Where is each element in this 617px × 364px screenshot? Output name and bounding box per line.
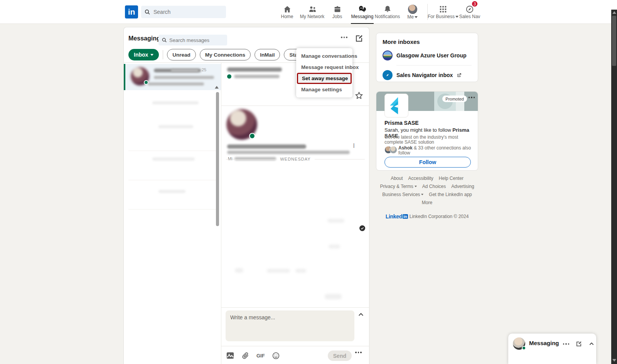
widget-compose-button[interactable]	[575, 341, 582, 347]
menu-item-manage-settings[interactable]: Manage settings	[296, 84, 352, 95]
linkedin-wordmark-in: in	[403, 214, 408, 219]
footer-link-privacy-terms[interactable]: Privacy & Terms	[380, 184, 416, 189]
attach-image-button[interactable]	[226, 351, 234, 360]
nav-item-me[interactable]: Me	[400, 0, 425, 24]
sales-navigator-icon	[383, 70, 393, 80]
nav-item-my-network[interactable]: My Network	[300, 0, 325, 24]
message-redacted	[325, 294, 342, 299]
list-divider	[128, 151, 216, 151]
nav-item-for-business[interactable]: For Business	[429, 0, 457, 24]
divider-line	[226, 159, 276, 159]
inbox-item-sales-navigator[interactable]: Sales Navigator inbox	[383, 70, 472, 80]
more-inboxes-title: More inboxes	[383, 39, 472, 45]
sales-nav-badge: 3	[472, 1, 478, 7]
message-redacted	[295, 269, 306, 273]
compose-message-button[interactable]	[354, 34, 364, 43]
toolbar-divider	[221, 346, 369, 346]
nav-item-home[interactable]: Home	[275, 0, 300, 24]
nav-label: Home	[281, 14, 293, 19]
chevron-up-icon	[588, 341, 595, 347]
scroll-down-arrow[interactable]	[612, 359, 616, 362]
promoted-company-name[interactable]: Prisma SASE	[384, 120, 419, 126]
scroll-up-arrow[interactable]	[215, 86, 219, 89]
copyright-text: LinkedIn Corporation © 2024	[410, 214, 469, 219]
widget-expand-button[interactable]	[588, 341, 595, 347]
nav-label: For Business	[428, 14, 459, 19]
linkedin-logo[interactable]: in	[125, 5, 138, 18]
footer-link-get-app[interactable]: Get the LinkedIn app	[429, 192, 472, 197]
global-nav: in Home My Network Jobs Messaging Notifi…	[0, 0, 617, 24]
footer-link-about[interactable]: About	[391, 176, 403, 181]
nav-label: My Network	[300, 14, 324, 19]
footer-link-more[interactable]: More	[422, 200, 432, 205]
emoji-button[interactable]	[272, 352, 280, 360]
footer-link-help-center[interactable]: Help Center	[439, 176, 464, 181]
messages-search[interactable]	[158, 35, 227, 45]
thread-status-redacted	[234, 75, 280, 78]
avatar	[389, 146, 397, 154]
messaging-overflow-menu: Manage conversations Message request inb…	[296, 48, 352, 97]
collapse-compose-button[interactable]	[357, 311, 364, 318]
filter-inmail[interactable]: InMail	[255, 49, 280, 60]
messaging-icon	[358, 5, 367, 13]
list-item-redacted	[152, 158, 195, 161]
star-conversation-button[interactable]	[355, 91, 363, 101]
menu-item-message-request-inbox[interactable]: Message request inbox	[296, 62, 352, 73]
message-redacted	[267, 269, 290, 273]
nav-item-jobs[interactable]: Jobs	[325, 0, 350, 24]
gif-button[interactable]: GIF	[256, 353, 265, 359]
nav-item-notifications[interactable]: Notifications	[375, 0, 400, 24]
compose-icon	[354, 34, 364, 43]
compose-box[interactable]	[226, 310, 354, 341]
widget-overflow-button[interactable]	[563, 343, 570, 345]
inbox-item-label: Glasgow Azure User Group	[396, 52, 467, 59]
attach-file-button[interactable]	[241, 352, 249, 360]
scroll-up-arrow[interactable]	[612, 11, 616, 14]
footer-link-business-services[interactable]: Business Services	[382, 192, 423, 197]
nav-item-sales-nav[interactable]: 3 Sales Nav	[457, 0, 482, 24]
inbox-item-glasgow[interactable]: Glasgow Azure User Group	[383, 50, 472, 60]
message-input[interactable]	[230, 314, 350, 337]
prisma-sase-logo[interactable]	[384, 94, 408, 117]
day-divider: WEDNESDAY	[221, 157, 369, 161]
ad-overflow-button[interactable]	[469, 97, 475, 98]
messages-search-input[interactable]	[169, 37, 223, 43]
footer-link-ad-choices[interactable]: Ad Choices	[422, 184, 446, 189]
list-divider	[128, 180, 216, 180]
nav-item-messaging[interactable]: Messaging	[350, 0, 375, 24]
promoted-card: Promoted Prisma SASE Sarah, you might li…	[376, 91, 478, 171]
messaging-overflow-button[interactable]	[341, 37, 347, 38]
menu-item-manage-conversations[interactable]: Manage conversations	[296, 50, 352, 62]
conversation-selected[interactable]: 25	[124, 64, 221, 90]
filter-unread[interactable]: Unread	[167, 49, 196, 60]
list-scrollbar-thumb[interactable]	[216, 92, 219, 226]
footer-link-advertising[interactable]: Advertising	[451, 184, 474, 189]
chevron-down-icon	[421, 194, 423, 195]
jobs-icon	[333, 5, 342, 13]
compose-overflow-button[interactable]	[355, 352, 362, 353]
social-proof-text: Ashok & 33 other connections also follow	[398, 146, 472, 156]
send-button[interactable]: Send	[328, 351, 352, 361]
filter-my-connections[interactable]: My Connections	[200, 49, 251, 60]
filter-row: Inbox Unread My Connections InMail Starr…	[128, 49, 313, 60]
menu-item-set-away-message[interactable]: Set away message	[297, 73, 352, 84]
page-scrollbar[interactable]	[611, 10, 617, 364]
footer-link-accessibility[interactable]: Accessibility	[408, 176, 433, 181]
overflow-icon	[355, 352, 362, 353]
follow-button[interactable]: Follow	[384, 157, 471, 168]
global-search-input[interactable]	[153, 9, 219, 15]
nav-items: Home My Network Jobs Messaging Notificat…	[275, 0, 425, 24]
scrollbar-thumb[interactable]	[612, 16, 616, 66]
profile-presence-indicator	[249, 133, 255, 139]
inbox-filter-label: Inbox	[134, 52, 148, 58]
preview-line-redacted	[154, 76, 214, 79]
timestamp-redacted	[171, 69, 199, 72]
inbox-filter-dropdown[interactable]: Inbox	[128, 49, 159, 60]
global-search[interactable]	[141, 6, 226, 18]
messaging-dock-widget[interactable]: Messaging	[508, 334, 596, 364]
chevron-down-icon	[150, 54, 153, 56]
profile-name-redacted	[227, 144, 306, 149]
home-icon	[283, 5, 292, 13]
chevron-up-icon	[357, 311, 364, 318]
nav-items-business: For Business 3 Sales Nav	[429, 0, 482, 24]
